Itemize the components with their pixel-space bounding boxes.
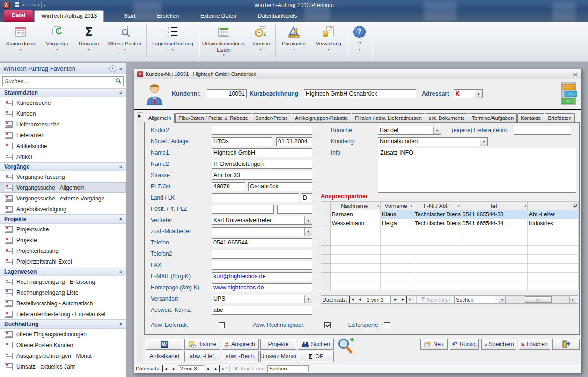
fax-field[interactable] — [212, 261, 312, 270]
filter-status[interactable]: Kein Filter — [418, 297, 453, 303]
previous-record-icon[interactable]: ◄ — [170, 365, 176, 372]
tab-briefdaten[interactable]: Briefdaten — [545, 113, 575, 122]
sidebar-item-rechnungseingang-erfassung[interactable]: Rechnungseingang - Erfassung — [0, 276, 126, 287]
zust-mitarbeiter-combobox[interactable]: ▾ — [212, 227, 312, 236]
record-selector-strip[interactable]: ▶ — [137, 112, 143, 362]
eigene-lieferantennr-field[interactable] — [514, 126, 571, 135]
last-record-icon[interactable]: ► — [400, 296, 407, 303]
search-icon[interactable] — [115, 77, 121, 86]
ribbon-button-offene-posten[interactable]: Offene-Posten ▾ — [104, 23, 145, 58]
suchen-button[interactable]: Suchen — [298, 339, 334, 350]
tab-fibu-daten[interactable]: Fibu-Daten / Preise u. Rabatte — [175, 113, 251, 122]
scrollbar-thumb[interactable]: |||| — [525, 296, 552, 303]
record-search-input[interactable] — [454, 296, 495, 303]
auswert-kennz-field[interactable]: abc — [212, 306, 312, 315]
tab-allgemein[interactable]: Allgemein — [145, 113, 175, 123]
ribbon-button-vorgaenge[interactable]: Vorgänge ▾ — [40, 23, 74, 58]
sidebar-item-lieferantenbestellung[interactable]: Lieferantenbestellung - Einzelartikel — [0, 309, 126, 319]
section-header-stammdaten[interactable]: Stammdaten » — [0, 88, 126, 97]
tab-wintech-auftrag[interactable]: WinTech-Auftrag 2013 — [34, 10, 104, 22]
postfach-field[interactable] — [212, 205, 274, 214]
select-all-cell[interactable] — [321, 202, 331, 210]
previous-record-icon[interactable]: ◄ — [357, 296, 363, 303]
sidebar-item-artikelsuche[interactable]: Artikelsuche — [0, 140, 126, 151]
ribbon-button-help[interactable]: ? ? ▾ — [348, 23, 371, 58]
tab-artikelgruppen-rabatte[interactable]: Artikelgruppen-Rabatte — [292, 113, 351, 122]
table-row[interactable]: Barnsen Klaus Technischer Diens 0541 665… — [321, 210, 579, 219]
ribbon-button-verwaltung[interactable]: Verwaltung ▾ — [311, 23, 346, 58]
section-header-lagerwesen[interactable]: Lagerwesen » — [0, 267, 126, 276]
column-header-vorname[interactable]: Vorname▾ — [381, 202, 413, 210]
redo-icon[interactable]: ↷ — [32, 3, 36, 8]
ansprechpartner-button[interactable]: Ansprech. — [222, 339, 259, 350]
telefon2-field[interactable] — [212, 250, 312, 259]
word-button[interactable]: W — [146, 339, 183, 350]
row-selector-cell[interactable] — [321, 210, 331, 219]
nav-menu-dropdown-icon[interactable]: ▾ — [109, 65, 116, 72]
homepage-field[interactable]: www.hightechos.de — [212, 283, 312, 292]
adressart-combobox[interactable]: K ▾ — [454, 89, 483, 98]
record-position[interactable]: 2 von 8 — [178, 365, 204, 372]
chevron-down-icon[interactable]: ▾ — [304, 216, 312, 224]
scroll-left-icon[interactable]: ◄ — [499, 296, 506, 303]
record-search-input[interactable] — [267, 365, 309, 372]
sidebar-item-vorgangssuche-extern[interactable]: Vorgangssuche - externe Vorgänge — [0, 193, 126, 204]
speichern-button[interactable]: Speichern — [481, 339, 516, 350]
versandart-combobox[interactable]: UPS▾ — [212, 295, 312, 303]
email-link[interactable]: kurt@hightechos.de — [213, 273, 265, 280]
sidebar-item-angebotsverfolgung[interactable]: Angebotsverfolgung — [0, 204, 126, 214]
column-header-position[interactable]: P — [528, 202, 579, 210]
chevron-down-icon[interactable]: ▾ — [480, 138, 487, 146]
tab-datei[interactable]: Datei — [4, 10, 33, 22]
sidebar-item-lieferanten[interactable]: Lieferanten — [0, 130, 126, 140]
ort-field[interactable]: Osnabrück — [248, 182, 312, 191]
tab-start[interactable]: Start — [117, 11, 142, 22]
lk-field[interactable]: D — [301, 193, 312, 202]
table-row[interactable]: Wesselmann Helga Technischer Diens 0541 … — [321, 219, 579, 228]
name1-field[interactable]: Hightech GmbH — [212, 148, 312, 157]
info-textarea[interactable]: Zusatz INFO — [378, 148, 576, 193]
kuerzel-field[interactable]: HTOs — [212, 137, 272, 146]
op-button[interactable]: Σ OP — [298, 351, 334, 362]
access-logo-icon[interactable]: A — [3, 2, 10, 9]
sidebar-item-kunden[interactable]: Kunden — [0, 108, 126, 119]
exit-button[interactable] — [552, 339, 580, 350]
tab-filialen[interactable]: Filialen / abw. Lieferadressen — [352, 113, 425, 122]
postfach-plz-field[interactable] — [277, 205, 312, 214]
sidebar-item-kundensuche[interactable]: Kundensuche — [0, 97, 126, 108]
sidebar-item-lieferantensuche[interactable]: Lieferantensuche — [0, 119, 126, 130]
sidebar-item-projekterfassung[interactable]: Projekterfassung — [0, 245, 126, 256]
ribbon-button-umsaetze[interactable]: Σ Umsätze ▾ — [74, 23, 104, 58]
chevron-down-icon[interactable]: ▾ — [433, 126, 441, 134]
neu-button[interactable]: Neu — [420, 339, 448, 350]
name2-field[interactable]: IT-Dienstleistungen — [212, 160, 312, 169]
row-selector-cell[interactable] — [321, 219, 331, 228]
strasse-field[interactable]: Am Tor 33 — [212, 171, 312, 180]
sidebar-item-vorgangserfassung[interactable]: Vorgangserfassung — [0, 171, 126, 182]
sidebar-item-vorgangssuche-allgemein[interactable]: Vorgangssuche - Allgemein — [0, 182, 126, 193]
column-header-fnr-abt[interactable]: F-Nr./ Abt.▾ — [413, 202, 461, 210]
anlage-datum-field[interactable]: 01.01.2004 — [276, 137, 312, 146]
chevron-down-icon[interactable]: ▾ — [304, 295, 312, 303]
redo-dropdown-icon[interactable]: ▾ — [38, 3, 40, 7]
scroll-right-icon[interactable]: ► — [569, 296, 576, 303]
tab-erstellen[interactable]: Erstellen — [150, 11, 185, 22]
undo-dropdown-icon[interactable]: ▾ — [28, 3, 30, 7]
plz-field[interactable]: 49078 — [212, 182, 245, 191]
historie-button[interactable]: Historie — [184, 339, 220, 350]
tab-ext-dokumente[interactable]: ext. Dokumente — [426, 113, 468, 122]
sidebar-item-ausgangsrechnungen-monat[interactable]: Ausgangsrechnungen - Monat — [0, 350, 126, 361]
kurzbezeichnung-field[interactable]: Hightech GmbH Osnabrück — [304, 89, 416, 98]
umsatz-monat-button[interactable]: Umsatz Monat — [260, 351, 296, 362]
section-header-vorgaenge[interactable]: Vorgänge » — [0, 162, 126, 171]
file-cabinet-icon[interactable] — [558, 81, 581, 109]
next-record-icon[interactable]: ► — [206, 365, 212, 372]
kundennr-field[interactable]: 10091 — [207, 89, 247, 98]
column-header-nachname[interactable]: Nachname▾ — [331, 202, 381, 210]
email-field[interactable]: kurt@hightechos.de — [212, 272, 312, 281]
chevron-down-icon[interactable]: ▾ — [304, 228, 312, 236]
sidebar-search-input[interactable] — [5, 78, 115, 85]
sidebar-item-projektzeitstrahl[interactable]: Projektzeitstrahl-Excel — [0, 256, 126, 267]
shutter-collapse-icon[interactable]: « — [119, 65, 123, 72]
tab-sonder-preise[interactable]: Sonder-Preise — [252, 113, 291, 122]
